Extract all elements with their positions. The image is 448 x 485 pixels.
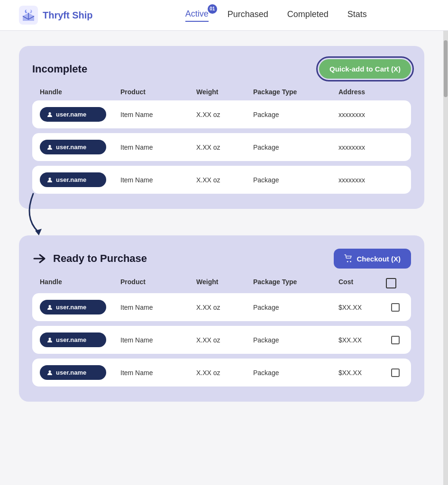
weight-cell: X.XX oz [196,336,253,344]
table-row: user.name Item Name X.XX oz Package xxxx… [32,133,411,161]
package-type-cell: Package [253,176,338,184]
product-cell: Item Name [120,369,196,377]
svg-point-1 [49,112,51,115]
product-cell: Item Name [120,336,196,344]
logo-area: Thryft Ship [19,6,93,25]
scrollbar-track[interactable] [443,31,448,485]
nav-item-active[interactable]: Active 01 [185,9,209,22]
svg-point-2 [49,145,51,147]
row-checkbox[interactable] [391,336,400,344]
weight-cell: X.XX oz [196,304,253,311]
purchase-section: Ready to Purchase Checkout (X) Handle [19,235,424,402]
address-cell: xxxxxxxx [338,111,403,118]
col-package-type: Package Type [253,88,338,96]
product-cell: Item Name [120,304,196,311]
checkout-button[interactable]: Checkout (X) [334,249,411,269]
table-row: user.name Item Name X.XX oz Package $XX.… [32,359,411,386]
col-handle: Handle [40,88,120,96]
col-product: Product [120,88,196,96]
cost-cell: $XX.XX [338,304,386,311]
row-checkbox-cell [386,368,405,377]
logo-text: Thryft Ship [43,10,93,21]
logo-icon [19,6,38,25]
row-checkbox[interactable] [391,368,400,377]
quick-add-button[interactable]: Quick-add to Cart (X) [319,59,411,79]
table-row: user.name Item Name X.XX oz Package xxxx… [32,100,411,128]
address-cell: xxxxxxxx [338,144,403,151]
cart-icon [344,254,353,263]
col-weight: Weight [196,278,253,288]
user-icon [46,369,53,376]
active-badge: 01 [208,4,217,14]
cost-cell: $XX.XX [338,369,386,377]
nav-item-completed[interactable]: Completed [287,9,329,21]
user-icon [46,177,53,183]
col-weight: Weight [196,88,253,96]
svg-point-3 [49,178,51,180]
weight-cell: X.XX oz [196,144,253,151]
incomplete-table-header: Handle Product Weight Package Type Addre… [32,88,411,96]
page-container: Thryft Ship Active 01 Purchased Complete… [0,0,448,485]
table-row: user.name Item Name X.XX oz Package xxxx… [32,166,411,194]
scrollbar-thumb[interactable] [444,40,448,97]
cost-cell: $XX.XX [338,336,386,344]
user-icon [46,144,53,151]
weight-cell: X.XX oz [196,111,253,118]
main-content: Incomplete Quick-add to Cart (X) Handle … [0,31,443,485]
purchase-section-header: Ready to Purchase Checkout (X) [32,249,411,269]
col-package-type: Package Type [253,278,338,288]
row-checkbox[interactable] [391,303,400,312]
purchase-table-header: Handle Product Weight Package Type Cost [32,278,411,288]
incomplete-table-rows: user.name Item Name X.XX oz Package xxxx… [32,100,411,194]
incomplete-section-header: Incomplete Quick-add to Cart (X) [32,59,411,79]
svg-point-8 [49,338,51,340]
col-address: Address [338,88,403,96]
weight-cell: X.XX oz [196,369,253,377]
col-product: Product [120,278,196,288]
svg-point-6 [350,261,352,262]
package-type-cell: Package [253,369,338,377]
purchase-title: Ready to Purchase [32,251,147,266]
row-checkbox-cell [386,336,405,344]
product-cell: Item Name [120,111,196,118]
select-all-checkbox[interactable] [386,278,396,288]
navbar: Thryft Ship Active 01 Purchased Complete… [0,0,448,31]
package-type-cell: Package [253,144,338,151]
content-area: Incomplete Quick-add to Cart (X) Handle … [0,31,448,485]
down-arrow-icon [28,194,66,241]
product-cell: Item Name [120,176,196,184]
weight-cell: X.XX oz [196,176,253,184]
handle-badge[interactable]: user.name [40,140,106,154]
nav-item-stats[interactable]: Stats [347,9,367,21]
address-cell: xxxxxxxx [338,176,403,184]
svg-point-5 [347,261,348,262]
handle-badge[interactable]: user.name [40,107,106,122]
table-row: user.name Item Name X.XX oz Package $XX.… [32,293,411,321]
handle-badge[interactable]: user.name [40,172,106,187]
nav-item-purchased[interactable]: Purchased [228,9,268,21]
user-icon [46,337,53,343]
incomplete-section: Incomplete Quick-add to Cart (X) Handle … [19,46,424,209]
incomplete-title: Incomplete [32,63,87,75]
col-cost: Cost [338,278,386,288]
package-type-cell: Package [253,111,338,118]
svg-point-9 [49,370,51,373]
package-type-cell: Package [253,336,338,344]
product-cell: Item Name [120,144,196,151]
table-row: user.name Item Name X.XX oz Package $XX.… [32,326,411,354]
arrow-right-icon [32,251,47,266]
purchase-table-rows: user.name Item Name X.XX oz Package $XX.… [32,293,411,386]
nav-links: Active 01 Purchased Completed Stats [123,9,429,22]
col-handle: Handle [40,278,120,288]
handle-badge[interactable]: user.name [40,332,106,347]
handle-badge[interactable]: user.name [40,365,106,380]
row-checkbox-cell [386,303,405,312]
user-icon [46,304,53,311]
handle-badge[interactable]: user.name [40,300,106,314]
user-icon [46,111,53,118]
svg-point-7 [49,305,51,307]
package-type-cell: Package [253,304,338,311]
